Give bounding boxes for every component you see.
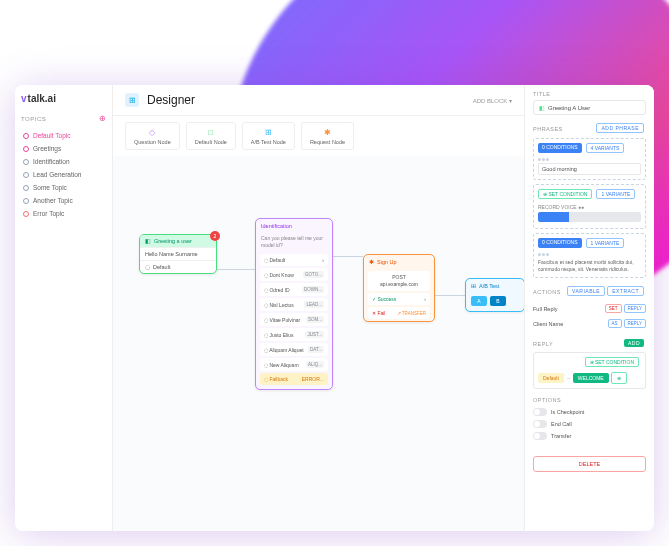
add-reply-button[interactable]: ADD <box>624 339 644 347</box>
reply-default[interactable]: Default <box>538 373 564 383</box>
add-block-button[interactable]: ADD BLOCK ▾ <box>473 97 512 104</box>
reply-button[interactable]: REPLY <box>624 304 646 313</box>
ab-icon: ⊞ <box>471 283 476 289</box>
badge-count: 2 <box>210 231 220 241</box>
node-default-exit[interactable]: ◌Default <box>140 260 216 273</box>
page-title: Designer <box>147 93 195 107</box>
option-endcall[interactable]: End Call <box>533 418 646 430</box>
option-row[interactable]: ◌ Justo EliusJUST... <box>260 328 328 341</box>
variable-button[interactable]: VARIABLE <box>567 286 605 296</box>
result-success[interactable]: ✓ Success› <box>368 293 430 305</box>
sidebar-item-default-topic[interactable]: Default Topic <box>21 129 106 142</box>
sidebar-item-error-topic[interactable]: Error Topic <box>21 207 106 220</box>
reply-welcome[interactable]: WELCOME <box>573 373 609 383</box>
sidebar-item-some-topic[interactable]: Some Topic <box>21 181 106 194</box>
set-button[interactable]: SET <box>605 304 622 313</box>
canvas[interactable]: ◧Greeting a user2 Hello Name Surname ◌De… <box>113 156 524 531</box>
reply-button[interactable]: REPLY <box>624 319 646 328</box>
tool-default-node[interactable]: □Default Node <box>186 122 236 150</box>
node-abtest[interactable]: ⊞A/B Test A B <box>465 278 524 312</box>
delete-button[interactable]: DELETE <box>533 456 646 472</box>
toggle-icon[interactable] <box>533 420 547 428</box>
designer-icon: ⊞ <box>125 93 139 107</box>
phrase-input[interactable] <box>538 163 641 175</box>
tool-ab-test-node[interactable]: ⊞A/B Test Node <box>242 122 295 150</box>
option-default[interactable]: ◌ Default› <box>260 254 328 266</box>
request-icon: ✱ <box>369 259 374 265</box>
conditions-badge[interactable]: 0 CONDITIONS <box>538 238 582 248</box>
properties-panel: TITLE ◧Greeting A User PHRASESADD PHRASE… <box>524 85 654 531</box>
reply-add[interactable]: ⊕ <box>611 372 627 384</box>
conditions-badge[interactable]: 0 CONDITIONS <box>538 143 582 153</box>
speak-icon: ◧ <box>145 238 151 244</box>
request-body: POSTapi.example.com <box>368 271 430 291</box>
node-greeting[interactable]: ◧Greeting a user2 Hello Name Surname ◌De… <box>139 234 217 274</box>
option-checkpoint[interactable]: Is Checkpoint <box>533 406 646 418</box>
toggle-icon[interactable] <box>533 432 547 440</box>
action-row: Full ReplySETREPLY <box>533 301 646 316</box>
option-row[interactable]: ◌ New AliquamALIQ... <box>260 358 328 371</box>
variant-a[interactable]: A <box>471 296 487 306</box>
sidebar-item-lead-generation[interactable]: Lead Generation <box>21 168 106 181</box>
option-row[interactable]: ◌ Aliquam AliquetDAT... <box>260 343 328 356</box>
topics-header: TOPICS ⊕ <box>21 114 106 123</box>
option-row[interactable]: ◌ Nisl LectusLEAD... <box>260 298 328 311</box>
option-row[interactable]: ◌ Odred IDDOWN... <box>260 283 328 296</box>
variant-b[interactable]: B <box>490 296 506 306</box>
title-input[interactable]: ◧Greeting A User <box>533 100 646 115</box>
as-button[interactable]: AS <box>608 319 622 328</box>
title-label: TITLE <box>533 91 646 97</box>
node-identification[interactable]: Identification Can you please tell me yo… <box>255 218 333 390</box>
phrase-block: ⊕ SET CONDITION1 VARIANTE RECORD VOICE ●… <box>533 184 646 229</box>
tool-question-node[interactable]: ◇Question Node <box>125 122 180 150</box>
sidebar-item-another-topic[interactable]: Another Topic <box>21 194 106 207</box>
add-phrase-button[interactable]: ADD PHRASE <box>596 123 644 133</box>
phrase-block: 0 CONDITIONS1 VARIANTE Faucibus et sed p… <box>533 233 646 278</box>
variants-badge[interactable]: 4 VARIANTS <box>586 143 625 153</box>
node-body: Hello Name Surname <box>140 247 216 260</box>
tool-request-node[interactable]: ✱Request Node <box>301 122 354 150</box>
result-fail[interactable]: ✕ Fail↗ TRANSFER <box>368 307 430 319</box>
option-transfer[interactable]: Transfer <box>533 430 646 442</box>
action-row: Client NameASREPLY <box>533 316 646 331</box>
phrase-block: 0 CONDITIONS4 VARIANTS <box>533 138 646 180</box>
toggle-icon[interactable] <box>533 408 547 416</box>
variants-badge[interactable]: 1 VARIANTE <box>586 238 625 248</box>
option-row[interactable]: ◌ Vitae PulvinarSOM... <box>260 313 328 326</box>
add-topic-icon[interactable]: ⊕ <box>99 114 107 123</box>
header: ⊞ Designer ADD BLOCK ▾ <box>113 85 524 116</box>
extract-button[interactable]: EXTRACT <box>607 286 644 296</box>
set-condition-button[interactable]: ⊕ SET CONDITION <box>538 189 592 199</box>
reply-block: ⊕ SET CONDITION Default → WELCOME ⊕ <box>533 352 646 389</box>
variants-badge[interactable]: 1 VARIANTE <box>596 189 635 199</box>
option-fallback[interactable]: ◌ FallbackERROR... <box>260 373 328 385</box>
sidebar: vtalk.ai TOPICS ⊕ Default Topic Greeting… <box>15 85 113 531</box>
option-row[interactable]: ◌ Dont KnowGOTO... <box>260 268 328 281</box>
toolbar: ◇Question Node □Default Node ⊞A/B Test N… <box>113 116 524 156</box>
sidebar-item-identification[interactable]: Identification <box>21 155 106 168</box>
node-signup[interactable]: ✱Sign Up POSTapi.example.com ✓ Success› … <box>363 254 435 322</box>
set-condition-button[interactable]: ⊕ SET CONDITION <box>585 357 639 367</box>
sidebar-item-greetings[interactable]: Greetings <box>21 142 106 155</box>
main: ⊞ Designer ADD BLOCK ▾ ◇Question Node □D… <box>113 85 524 531</box>
logo: vtalk.ai <box>21 93 106 104</box>
audio-waveform[interactable] <box>538 212 641 222</box>
